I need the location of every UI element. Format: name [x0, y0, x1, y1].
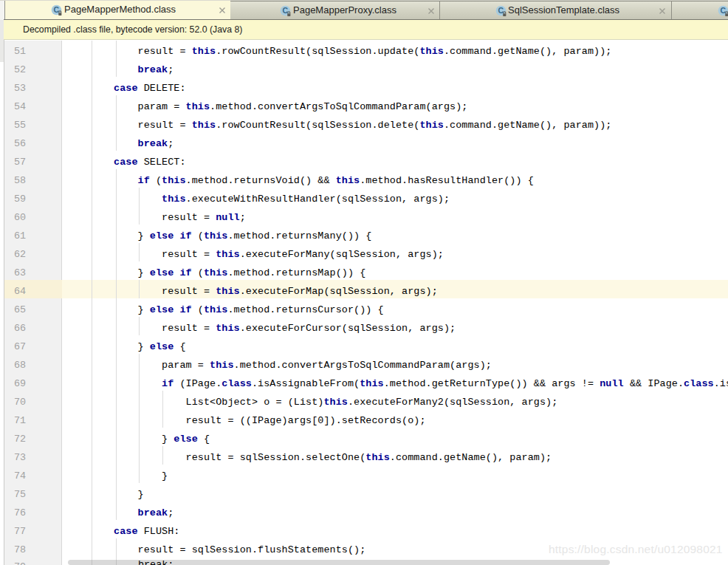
svg-text:C: C	[498, 6, 504, 15]
svg-text:C: C	[721, 6, 727, 15]
svg-text:C: C	[54, 5, 60, 14]
svg-text:C: C	[283, 6, 289, 15]
